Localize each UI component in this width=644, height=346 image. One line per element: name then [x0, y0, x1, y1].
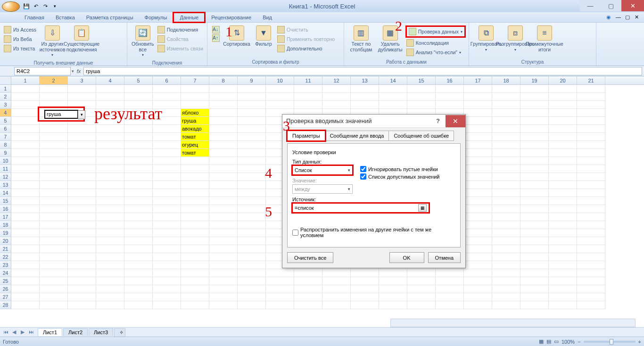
cell[interactable] — [124, 125, 153, 133]
cell[interactable] — [492, 213, 520, 221]
cell[interactable] — [124, 141, 153, 149]
office-button[interactable] — [2, 1, 20, 12]
cell[interactable] — [492, 237, 520, 245]
cell[interactable] — [153, 229, 181, 237]
cell[interactable] — [68, 245, 96, 253]
cell[interactable] — [153, 125, 181, 133]
cell[interactable] — [464, 261, 492, 269]
cell[interactable] — [68, 141, 96, 149]
cell[interactable] — [40, 141, 68, 149]
cell[interactable] — [153, 173, 181, 181]
cell[interactable] — [238, 221, 266, 229]
close-workbook-icon[interactable]: ✕ — [635, 14, 641, 21]
cell[interactable] — [40, 285, 68, 293]
cell[interactable] — [124, 237, 153, 245]
cell[interactable] — [238, 149, 266, 157]
row-header[interactable]: 15 — [0, 197, 11, 205]
group-button[interactable]: ⧉Группировать▾ — [472, 24, 500, 54]
cell[interactable] — [153, 197, 181, 205]
tab-nav-last-icon[interactable]: ⏭ — [27, 329, 35, 335]
cell[interactable] — [124, 173, 153, 181]
cell[interactable] — [153, 301, 181, 309]
cell[interactable] — [549, 125, 577, 133]
cell[interactable] — [124, 157, 153, 165]
minimize-button[interactable]: — — [580, 0, 601, 11]
column-header[interactable]: 7 — [181, 76, 209, 84]
cell[interactable] — [549, 149, 577, 157]
cell[interactable] — [209, 237, 238, 245]
close-button[interactable]: ✕ — [621, 0, 644, 11]
cell[interactable] — [520, 221, 549, 229]
cell[interactable] — [96, 301, 124, 309]
cell[interactable] — [379, 277, 407, 285]
cell[interactable] — [294, 301, 322, 309]
cancel-button[interactable]: Отмена — [428, 252, 461, 263]
column-header[interactable]: 16 — [436, 76, 464, 84]
cell[interactable] — [96, 293, 124, 301]
cell[interactable] — [577, 133, 605, 141]
cell[interactable] — [238, 301, 266, 309]
cell[interactable] — [40, 85, 68, 93]
cell[interactable] — [520, 157, 549, 165]
column-header[interactable]: 6 — [153, 76, 181, 84]
cell[interactable] — [181, 245, 209, 253]
cell[interactable] — [577, 245, 605, 253]
name-box[interactable] — [14, 67, 71, 75]
zoom-out-icon[interactable]: − — [578, 339, 580, 345]
cell[interactable] — [68, 165, 96, 173]
cell[interactable] — [577, 205, 605, 213]
cell[interactable] — [68, 213, 96, 221]
cell[interactable] — [492, 157, 520, 165]
row-header[interactable]: 10 — [0, 157, 11, 165]
cell[interactable] — [96, 221, 124, 229]
cell[interactable] — [407, 301, 436, 309]
existing-connections-button[interactable]: 📋Существующие подключения — [67, 24, 96, 54]
column-header[interactable]: 1 — [11, 76, 40, 84]
row-header[interactable]: 9 — [0, 149, 11, 157]
cell[interactable] — [520, 181, 549, 189]
cell[interactable] — [124, 277, 153, 285]
cell[interactable] — [238, 213, 266, 221]
cell[interactable] — [181, 277, 209, 285]
cell[interactable] — [520, 237, 549, 245]
cell[interactable] — [464, 285, 492, 293]
cell[interactable] — [238, 253, 266, 261]
text-to-columns-button[interactable]: ▥Текст по столбцам — [347, 24, 375, 54]
cell[interactable] — [238, 205, 266, 213]
cell[interactable] — [40, 253, 68, 261]
cell[interactable] — [181, 229, 209, 237]
worksheet-grid[interactable]: 123456789101112131415161718192021 1234яб… — [0, 76, 644, 321]
cell[interactable] — [549, 189, 577, 197]
cell[interactable] — [492, 261, 520, 269]
cell[interactable] — [549, 197, 577, 205]
cell[interactable] — [153, 205, 181, 213]
cell[interactable] — [181, 93, 209, 101]
cell[interactable] — [124, 133, 153, 141]
sheet-tab-3[interactable]: Лист3 — [89, 328, 113, 336]
cell[interactable] — [464, 205, 492, 213]
cell[interactable] — [549, 109, 577, 117]
tab-nav-first-icon[interactable]: ⏮ — [2, 329, 9, 335]
cell[interactable] — [577, 109, 605, 117]
dialog-tab-error[interactable]: Сообщение об ошибке — [388, 131, 454, 141]
cell[interactable] — [436, 301, 464, 309]
cell[interactable] — [549, 157, 577, 165]
cell[interactable] — [153, 165, 181, 173]
ignore-blank-checkbox[interactable] — [360, 166, 366, 172]
cell[interactable] — [464, 237, 492, 245]
cell[interactable] — [464, 277, 492, 285]
cell[interactable] — [209, 173, 238, 181]
cell[interactable] — [464, 93, 492, 101]
cell[interactable] — [549, 181, 577, 189]
row-header[interactable]: 2 — [0, 93, 11, 101]
sort-asc-button[interactable]: A↓ — [211, 25, 221, 34]
cell[interactable] — [11, 149, 40, 157]
cell[interactable] — [209, 181, 238, 189]
column-header[interactable]: 12 — [322, 76, 351, 84]
cell[interactable] — [153, 141, 181, 149]
cell[interactable] — [577, 141, 605, 149]
row-header[interactable]: 16 — [0, 205, 11, 213]
cell[interactable] — [40, 245, 68, 253]
cell[interactable] — [266, 277, 294, 285]
filter-button[interactable]: ▼Фильтр — [252, 24, 275, 49]
